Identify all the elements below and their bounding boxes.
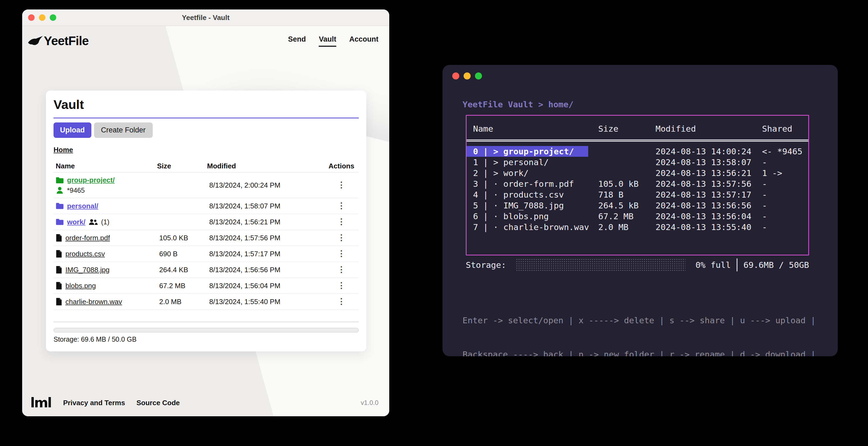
- yeetfile-logo[interactable]: YeetFile: [28, 34, 89, 48]
- shared-by-label: *9465: [67, 187, 85, 194]
- minimize-button[interactable]: [39, 14, 45, 21]
- tui-shared-cell: -: [762, 222, 808, 232]
- size-cell: 67.2 MB: [157, 282, 207, 290]
- storage-usage-label: Storage: 69.6 MB / 50.0 GB: [54, 336, 136, 343]
- table-row[interactable]: group-project/ *9465 8/13/2024, 2:00:24 …: [54, 172, 359, 198]
- file-link[interactable]: charlie-brown.wav: [65, 297, 122, 306]
- row-actions-menu-icon[interactable]: ⋮: [337, 233, 345, 242]
- tui-shared-cell: -: [762, 157, 808, 167]
- nav-account[interactable]: Account: [349, 35, 378, 47]
- tui-size-cell: 105.0 kB: [598, 179, 655, 189]
- tui-name-cell: 6 | · blobs.png: [467, 211, 598, 221]
- close-button[interactable]: [28, 14, 35, 21]
- col-header-size: Size: [157, 162, 207, 170]
- main-nav: Send Vault Account: [288, 35, 378, 47]
- folder-link[interactable]: group-project/: [67, 176, 115, 184]
- table-row[interactable]: personal/ 8/13/2024, 1:58:07 PM ⋮: [54, 198, 359, 214]
- brand-name: YeetFile: [44, 34, 89, 48]
- table-row[interactable]: charlie-brown.wav 2.0 MB 8/13/2024, 1:55…: [54, 294, 359, 310]
- folder-link[interactable]: work/: [67, 218, 86, 226]
- file-link[interactable]: products.csv: [65, 250, 105, 258]
- modified-cell: 8/13/2024, 1:55:40 PM: [207, 297, 324, 306]
- tui-modified-cell: 2024-08-13 13:56:21: [655, 168, 762, 178]
- tui-col-modified: Modified: [655, 124, 762, 133]
- tui-modified-cell: 2024-08-13 13:56:04: [655, 211, 762, 221]
- file-table: Name Size Modified Actions group-project…: [54, 160, 359, 310]
- create-folder-button[interactable]: Create Folder: [94, 122, 153, 138]
- tui-row[interactable]: 4 | · products.csv 718 B 2024-08-13 13:5…: [467, 189, 808, 200]
- file-icon: [56, 282, 62, 290]
- breadcrumb-home-link[interactable]: Home: [54, 146, 73, 154]
- zoom-button[interactable]: [50, 14, 56, 21]
- nav-send[interactable]: Send: [288, 35, 306, 47]
- yeetfile-bird-icon: [28, 35, 43, 47]
- row-actions-menu-icon[interactable]: ⋮: [337, 249, 345, 258]
- tui-modified-cell: 2024-08-13 13:58:07: [655, 157, 762, 167]
- tui-row[interactable]: 2 | > work/ 2024-08-13 13:56:21 1 ->: [467, 168, 808, 179]
- file-link[interactable]: order-form.pdf: [65, 234, 110, 242]
- file-link[interactable]: IMG_7088.jpg: [65, 266, 110, 274]
- tui-row[interactable]: 6 | · blobs.png 67.2 MB 2024-08-13 13:56…: [467, 211, 808, 222]
- table-row[interactable]: products.csv 690 B 8/13/2024, 1:57:17 PM…: [54, 246, 359, 262]
- file-icon: [56, 234, 62, 242]
- tui-row[interactable]: 3 | · order-form.pdf 105.0 kB 2024-08-13…: [467, 179, 808, 189]
- modified-cell: 8/13/2024, 1:57:56 PM: [207, 234, 324, 242]
- file-link[interactable]: blobs.png: [65, 282, 96, 290]
- source-code-link[interactable]: Source Code: [136, 399, 180, 407]
- tui-table-header: Name Size Modified Shared: [467, 122, 808, 136]
- tui-name-cell: 7 | · charlie-brown.wav: [467, 222, 598, 232]
- modified-cell: 8/13/2024, 2:00:24 PM: [207, 181, 324, 189]
- horizontal-scrollbar[interactable]: [54, 328, 359, 332]
- tui-shared-cell: -: [762, 200, 808, 210]
- row-actions-menu-icon[interactable]: ⋮: [337, 217, 345, 226]
- tui-col-name: Name: [467, 124, 598, 133]
- tui-modified-cell: 2024-08-13 14:00:24: [655, 147, 762, 156]
- tui-row[interactable]: 1 | > personal/ 2024-08-13 13:58:07 -: [467, 157, 808, 168]
- size-cell: 2.0 MB: [157, 297, 207, 306]
- tui-shared-cell: 1 ->: [762, 168, 808, 178]
- row-actions-menu-icon[interactable]: ⋮: [337, 281, 345, 290]
- tui-help-line-1: Enter -> select/open | x -----> delete |…: [463, 315, 815, 326]
- tui-col-size: Size: [598, 124, 655, 133]
- tui-row[interactable]: 7 | · charlie-brown.wav 2.0 MB 2024-08-1…: [467, 222, 808, 232]
- tui-header-separator: [467, 139, 808, 141]
- folder-icon: [56, 202, 64, 210]
- minimize-button[interactable]: [464, 72, 471, 79]
- table-row[interactable]: IMG_7088.jpg 264.4 KB 8/13/2024, 1:56:56…: [54, 262, 359, 278]
- tui-keybinding-help: Enter -> select/open | x -----> delete |…: [463, 292, 815, 356]
- tui-name-cell: 4 | · products.csv: [467, 190, 598, 199]
- size-cell: 264.4 KB: [157, 266, 207, 274]
- vault-card: Vault Upload Create Folder Home Name Siz…: [46, 91, 366, 351]
- tui-name-cell: 3 | · order-form.pdf: [467, 179, 598, 189]
- tui-name-cell: 5 | · IMG_7088.jpg: [467, 200, 598, 210]
- toolbar: Upload Create Folder: [54, 122, 153, 138]
- tui-file-table: Name Size Modified Shared 0 | > group-pr…: [466, 115, 809, 255]
- row-actions-menu-icon[interactable]: ⋮: [337, 265, 345, 274]
- close-button[interactable]: [452, 72, 459, 79]
- col-header-modified: Modified: [207, 162, 324, 170]
- privacy-terms-link[interactable]: Privacy and Terms: [63, 399, 125, 407]
- selected-row-highlight: 0 | > group-project/: [467, 146, 588, 157]
- tui-modified-cell: 2024-08-13 13:55:40: [655, 222, 762, 232]
- shared-user-icon: [56, 186, 64, 194]
- accent-divider: [54, 118, 359, 118]
- table-row[interactable]: order-form.pdf 105.0 KB 8/13/2024, 1:57:…: [54, 230, 359, 246]
- folder-link[interactable]: personal/: [67, 202, 98, 210]
- modified-cell: 8/13/2024, 1:57:17 PM: [207, 250, 324, 258]
- page-title: Vault: [54, 97, 84, 112]
- table-row[interactable]: blobs.png 67.2 MB 8/13/2024, 1:56:04 PM …: [54, 278, 359, 294]
- size-cell: 690 B: [157, 250, 207, 258]
- zoom-button[interactable]: [475, 72, 482, 79]
- window-controls: [22, 14, 56, 21]
- row-actions-menu-icon[interactable]: ⋮: [337, 180, 345, 189]
- table-row[interactable]: work/ (1) 8/13/2024, 1:56:21 PM ⋮: [54, 214, 359, 230]
- nav-vault[interactable]: Vault: [319, 35, 336, 47]
- row-actions-menu-icon[interactable]: ⋮: [337, 297, 345, 306]
- tui-row-selected[interactable]: 0 | > group-project/ 2024-08-13 14:00:24…: [467, 146, 808, 157]
- upload-button[interactable]: Upload: [54, 122, 91, 138]
- row-actions-menu-icon[interactable]: ⋮: [337, 201, 345, 210]
- footer-monogram-logo[interactable]: lml: [30, 395, 51, 411]
- tui-size-cell: 264.5 kB: [598, 200, 655, 210]
- tui-row[interactable]: 5 | · IMG_7088.jpg 264.5 kB 2024-08-13 1…: [467, 200, 808, 211]
- site-footer: lml Privacy and Terms Source Code v1.0.0: [22, 392, 389, 416]
